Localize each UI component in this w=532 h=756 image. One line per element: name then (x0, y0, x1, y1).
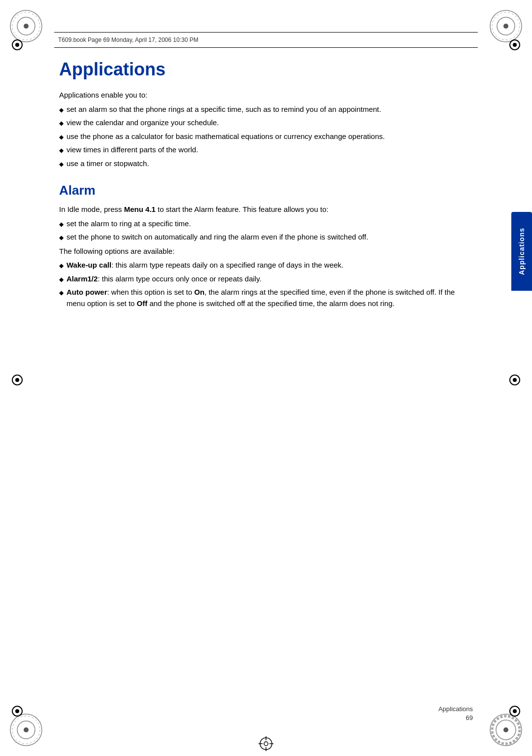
bullet-icon: ◆ (59, 146, 64, 155)
reg-mark-right-mid (509, 375, 520, 385)
corner-decoration-tr (489, 9, 523, 43)
bullet-icon: ◆ (59, 261, 64, 270)
bullet-icon: ◆ (59, 220, 64, 229)
corner-decoration-bl (9, 713, 43, 747)
bullet-icon: ◆ (59, 133, 64, 141)
footer-page-number: 69 (466, 714, 473, 722)
crosshair-bottom (259, 736, 273, 751)
list-item: ◆ view the calendar and organize your sc… (59, 117, 473, 129)
footer-label: Applications (438, 705, 473, 713)
svg-point-17 (264, 742, 268, 746)
wake-up-call-bold: Wake-up call (66, 261, 111, 269)
corner-decoration-tl (9, 9, 43, 43)
reg-mark-right-top (509, 39, 520, 50)
alarm-heading: Alarm (59, 183, 473, 198)
bullet-text: Wake-up call: this alarm type repeats da… (66, 260, 473, 271)
bullet-text: use the phone as a calculator for basic … (66, 131, 473, 142)
bullet-icon: ◆ (59, 233, 64, 242)
list-item: ◆ Wake-up call: this alarm type repeats … (59, 260, 473, 271)
reg-mark-left-bot (12, 706, 23, 717)
alarm-bullets: ◆ set the alarm to ring at a specific ti… (59, 218, 473, 243)
off-bold: Off (137, 299, 148, 308)
bullet-icon: ◆ (59, 105, 64, 114)
bullet-text: Alarm1/2: this alarm type occurs only on… (66, 274, 473, 285)
bullet-text: use a timer or stopwatch. (66, 158, 473, 170)
intro-text: Applications enable you to: (59, 90, 473, 101)
list-item: ◆ use the phone as a calculator for basi… (59, 131, 473, 142)
list-item: ◆ set the phone to switch on automatical… (59, 232, 473, 243)
svg-point-15 (503, 727, 508, 732)
bullet-icon: ◆ (59, 275, 64, 284)
bullet-text: Auto power: when this option is set to O… (66, 287, 473, 309)
bullet-text: set the phone to switch on automatically… (66, 232, 473, 243)
bullet-icon: ◆ (59, 160, 64, 169)
main-content: Applications Applications enable you to:… (59, 54, 473, 697)
sidebar-tab: Applications (511, 212, 532, 291)
intro-bullets: ◆ set an alarm so that the phone rings a… (59, 104, 473, 170)
svg-point-10 (24, 727, 29, 732)
auto-power-bold: Auto power (66, 288, 107, 296)
reg-mark-right-bot (509, 706, 520, 717)
reg-mark-left-mid (12, 375, 23, 385)
bullet-text: set an alarm so that the phone rings at … (66, 104, 473, 115)
bullet-text: view times in different parts of the wor… (66, 144, 473, 156)
list-item: ◆ Auto power: when this option is set to… (59, 287, 473, 309)
page-title: Applications (59, 59, 473, 80)
list-item: ◆ use a timer or stopwatch. (59, 158, 473, 170)
bullet-text: view the calendar and organize your sche… (66, 117, 473, 129)
menu-bold: Menu 4.1 (124, 205, 156, 213)
options-bullets: ◆ Wake-up call: this alarm type repeats … (59, 260, 473, 309)
reg-mark-left-top (12, 39, 23, 50)
options-intro-text: The following options are available: (59, 246, 473, 257)
bullet-text: set the alarm to ring at a specific time… (66, 218, 473, 230)
header-text: T609.book Page 69 Monday, April 17, 2006… (58, 36, 199, 43)
header-bar: T609.book Page 69 Monday, April 17, 2006… (54, 32, 478, 48)
alarm12-bold: Alarm1/2 (66, 275, 98, 283)
footer-text: Applications 69 (438, 705, 473, 722)
footer: Applications 69 (59, 705, 473, 722)
sidebar-tab-label: Applications (518, 228, 526, 275)
list-item: ◆ set an alarm so that the phone rings a… (59, 104, 473, 115)
list-item: ◆ set the alarm to ring at a specific ti… (59, 218, 473, 230)
alarm-intro: In Idle mode, press Menu 4.1 to start th… (59, 204, 473, 215)
svg-point-2 (24, 24, 29, 29)
bullet-icon: ◆ (59, 288, 64, 297)
list-item: ◆ view times in different parts of the w… (59, 144, 473, 156)
list-item: ◆ Alarm1/2: this alarm type occurs only … (59, 274, 473, 285)
svg-point-6 (503, 24, 508, 29)
on-bold: On (194, 288, 204, 296)
bullet-icon: ◆ (59, 119, 64, 128)
corner-decoration-br (489, 713, 523, 747)
